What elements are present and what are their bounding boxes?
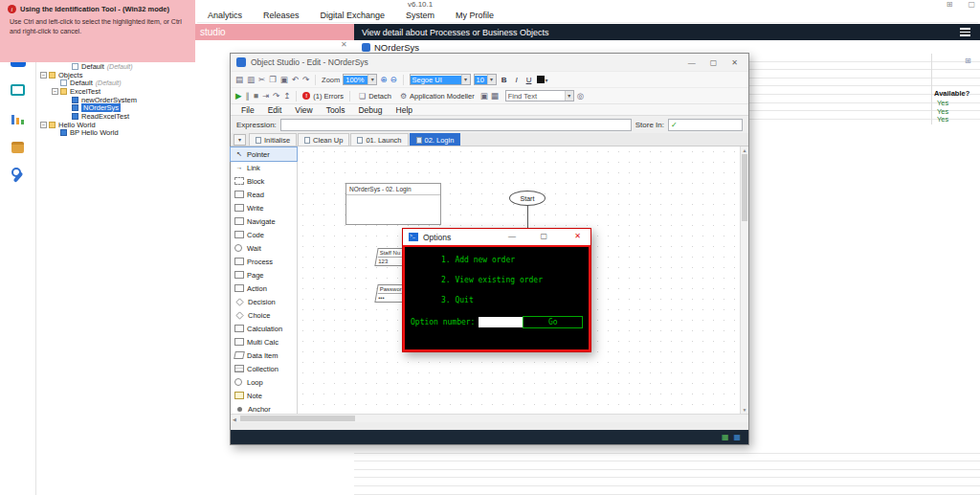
tree-item-bp-hello-world[interactable]: BP Hello World bbox=[36, 129, 230, 138]
expression-input[interactable] bbox=[280, 119, 632, 131]
minimize-icon[interactable]: — bbox=[688, 58, 696, 67]
tool-collection[interactable]: Collection bbox=[231, 362, 297, 375]
scroll-thumb[interactable] bbox=[240, 416, 355, 421]
tree-item-exceltest[interactable]: −ExcelTest bbox=[36, 87, 230, 96]
tree-item-objects[interactable]: −Objects bbox=[36, 71, 230, 79]
options-minimize-icon[interactable]: — bbox=[508, 232, 516, 240]
tree-item-default[interactable]: Default(Default) bbox=[36, 62, 230, 71]
font-size-select[interactable]: 10▾ bbox=[474, 74, 497, 85]
nav-tab-system[interactable]: System bbox=[395, 9, 445, 22]
menu-icon[interactable] bbox=[960, 28, 970, 36]
page-tab-clean-up[interactable]: Clean Up bbox=[298, 133, 349, 146]
flow-info-box[interactable]: NOrderSys - 02. Login bbox=[345, 183, 441, 225]
tool-action[interactable]: Action bbox=[231, 281, 297, 295]
page-list-dropdown[interactable]: ▾ bbox=[234, 134, 246, 146]
nav-tab-releases[interactable]: Releases bbox=[253, 9, 310, 22]
tool-navigate[interactable]: Navigate bbox=[231, 214, 297, 228]
nav-tab-analytics[interactable]: Analytics bbox=[197, 9, 253, 22]
start-node[interactable]: Start bbox=[509, 191, 546, 206]
tree-expander-icon[interactable]: − bbox=[40, 122, 47, 128]
tree-item-hello-world[interactable]: −Hello World bbox=[36, 121, 230, 129]
menu-debug[interactable]: Debug bbox=[351, 105, 389, 115]
tree-item-readexceltest[interactable]: ReadExcelTest bbox=[36, 112, 230, 121]
undo-icon[interactable]: ↶ bbox=[292, 75, 299, 84]
tool-process[interactable]: Process bbox=[231, 255, 297, 268]
tree-expander-icon[interactable]: − bbox=[52, 88, 58, 95]
redo-icon[interactable]: ↷ bbox=[302, 75, 309, 84]
statusbar-grid-icon-green[interactable]: ▦ bbox=[722, 433, 729, 441]
scroll-left-icon[interactable]: ◀ bbox=[233, 416, 236, 422]
scroll-thumb[interactable] bbox=[742, 154, 747, 221]
copy-icon[interactable]: ❐ bbox=[269, 75, 277, 84]
font-color-button[interactable]: ▾ bbox=[537, 76, 548, 83]
find-text-select[interactable]: Find Text▾ bbox=[505, 90, 574, 101]
tool-link[interactable]: →Link bbox=[231, 161, 297, 174]
menu-edit[interactable]: Edit bbox=[261, 105, 289, 115]
close-tab-icon[interactable]: ✕ bbox=[341, 40, 347, 49]
application-modeller-button[interactable]: ⚙ Application Modeller bbox=[397, 91, 478, 101]
studio-titlebar[interactable]: Object Studio - Edit - NOrderSys — ▢ ✕ bbox=[231, 54, 748, 71]
tool-decision[interactable]: Decision bbox=[231, 295, 297, 308]
menu-file[interactable]: File bbox=[234, 105, 261, 115]
statusbar-grid-icon-blue[interactable]: ▦ bbox=[733, 433, 741, 441]
cut-icon[interactable]: ✂ bbox=[258, 75, 265, 84]
analytics-icon[interactable] bbox=[11, 111, 26, 124]
tool-multi-calc[interactable]: Multi Calc bbox=[231, 335, 297, 349]
menu-help[interactable]: Help bbox=[390, 105, 419, 115]
option-number-input[interactable] bbox=[479, 317, 523, 327]
tree-expander-icon[interactable]: − bbox=[40, 72, 47, 79]
tool-loop[interactable]: Loop bbox=[231, 375, 297, 389]
zoom-select[interactable]: 100%▾ bbox=[343, 74, 377, 85]
errors-button[interactable]: ! (1) Errors bbox=[302, 92, 344, 101]
menu-tools[interactable]: Tools bbox=[320, 105, 352, 115]
tool-choice[interactable]: Choice bbox=[231, 308, 297, 322]
go-button[interactable]: Go bbox=[523, 316, 583, 328]
scroll-down-icon[interactable]: ▼ bbox=[741, 407, 748, 413]
paste-icon[interactable]: ▣ bbox=[280, 75, 288, 84]
tool-pointer[interactable]: ↖Pointer bbox=[231, 147, 297, 161]
step-in-icon[interactable]: ⇥ bbox=[262, 91, 269, 101]
tree-item-newordersystem[interactable]: newOrderSystem bbox=[36, 96, 230, 104]
page-tab-initialise[interactable]: Initialise bbox=[249, 133, 297, 146]
scroll-up-icon[interactable]: ▲ bbox=[741, 147, 748, 153]
zoom-out-icon[interactable]: ⊖ bbox=[390, 75, 396, 84]
tree-item-default[interactable]: Default(Default) bbox=[36, 79, 230, 87]
tree-item-nordersys[interactable]: NOrderSys bbox=[36, 103, 230, 112]
nav-tab-my-profile[interactable]: My Profile bbox=[445, 9, 504, 22]
step-over-icon[interactable]: ↷ bbox=[273, 91, 279, 101]
options-maximize-icon[interactable]: ▢ bbox=[540, 232, 547, 240]
tool-read[interactable]: Read bbox=[231, 188, 297, 201]
maximize-icon[interactable]: ▢ bbox=[710, 58, 718, 67]
tool-code[interactable]: Code bbox=[231, 228, 297, 241]
tool-write[interactable]: Write bbox=[231, 201, 297, 214]
grid-toggle-icon[interactable]: ▦ bbox=[491, 91, 499, 101]
close-icon[interactable]: ✕ bbox=[731, 58, 738, 67]
detach-button[interactable]: ❏ Detach bbox=[356, 91, 394, 101]
releases-icon[interactable] bbox=[11, 142, 24, 153]
underline-button[interactable]: U bbox=[524, 76, 534, 84]
page-tab-02-login[interactable]: 02. Login bbox=[410, 133, 461, 146]
font-select[interactable]: Segoe UI▾ bbox=[410, 74, 471, 85]
vertical-scrollbar[interactable]: ▲ ▼ bbox=[740, 146, 748, 414]
table-grid-icon[interactable]: ⊞ bbox=[965, 56, 971, 65]
options-close-icon[interactable]: ✕ bbox=[574, 232, 581, 240]
play-icon[interactable]: ▶ bbox=[235, 91, 242, 101]
bold-button[interactable]: B bbox=[500, 76, 509, 84]
find-icon[interactable]: ◎ bbox=[577, 91, 584, 101]
app-grid-icon[interactable]: ⊞ bbox=[947, 0, 953, 9]
horizontal-scrollbar[interactable]: ◀ bbox=[231, 414, 748, 422]
tool-page[interactable]: Page bbox=[231, 268, 297, 281]
stop-icon[interactable]: ■ bbox=[254, 91, 258, 101]
tool-calculation[interactable]: Calculation bbox=[231, 322, 297, 335]
italic-button[interactable]: I bbox=[512, 76, 522, 84]
save-icon[interactable]: ▤ bbox=[235, 75, 243, 84]
tool-note[interactable]: Note bbox=[231, 389, 297, 402]
tools-icon[interactable] bbox=[11, 169, 26, 184]
zoom-in-icon[interactable]: ⊕ bbox=[380, 75, 387, 84]
step-out-icon[interactable]: ↥ bbox=[283, 91, 290, 101]
tool-data-item[interactable]: Data Item bbox=[231, 349, 297, 362]
menu-view[interactable]: View bbox=[288, 105, 319, 115]
print-icon[interactable]: ▥ bbox=[247, 75, 255, 84]
page-tab-01-launch[interactable]: 01. Launch bbox=[350, 133, 408, 146]
tool-block[interactable]: Block bbox=[231, 174, 297, 188]
